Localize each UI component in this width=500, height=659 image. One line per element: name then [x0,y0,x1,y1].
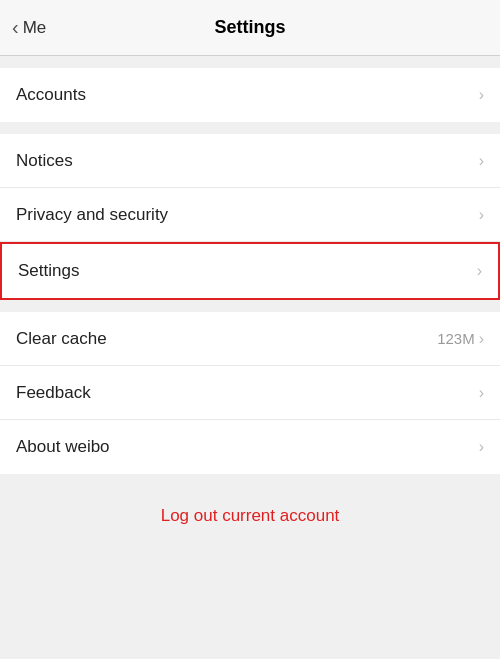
section-accounts: Accounts › [0,68,500,122]
clear-cache-label: Clear cache [16,329,107,349]
settings-right: › [477,262,482,280]
clear-cache-chevron-icon: › [479,330,484,348]
feedback-chevron-icon: › [479,384,484,402]
settings-chevron-icon: › [477,262,482,280]
notices-label: Notices [16,151,73,171]
about-chevron-icon: › [479,438,484,456]
menu-item-about[interactable]: About weibo › [0,420,500,474]
menu-item-privacy[interactable]: Privacy and security › [0,188,500,242]
settings-highlighted-wrapper: Settings › [0,242,500,300]
feedback-label: Feedback [16,383,91,403]
feedback-right: › [479,384,484,402]
menu-item-feedback[interactable]: Feedback › [0,366,500,420]
menu-item-settings[interactable]: Settings › [2,244,498,298]
content-area: Accounts › Notices › Privacy and securit… [0,68,500,542]
logout-section: Log out current account [0,490,500,542]
privacy-chevron-icon: › [479,206,484,224]
menu-item-notices[interactable]: Notices › [0,134,500,188]
logout-button[interactable]: Log out current account [161,506,340,526]
back-button[interactable]: ‹ Me [12,16,46,39]
accounts-right: › [479,86,484,104]
section-cache-feedback-about: Clear cache 123M › Feedback › About weib… [0,312,500,474]
menu-item-accounts[interactable]: Accounts › [0,68,500,122]
back-chevron-icon: ‹ [12,16,19,39]
accounts-chevron-icon: › [479,86,484,104]
header: ‹ Me Settings [0,0,500,56]
privacy-right: › [479,206,484,224]
privacy-label: Privacy and security [16,205,168,225]
notices-right: › [479,152,484,170]
page-title: Settings [214,17,285,38]
settings-label: Settings [18,261,79,281]
section-notices-privacy-settings: Notices › Privacy and security › Setting… [0,134,500,300]
clear-cache-value: 123M [437,330,475,347]
menu-item-clear-cache[interactable]: Clear cache 123M › [0,312,500,366]
clear-cache-right: 123M › [437,330,484,348]
notices-chevron-icon: › [479,152,484,170]
about-right: › [479,438,484,456]
back-label: Me [23,18,47,38]
about-label: About weibo [16,437,110,457]
accounts-label: Accounts [16,85,86,105]
